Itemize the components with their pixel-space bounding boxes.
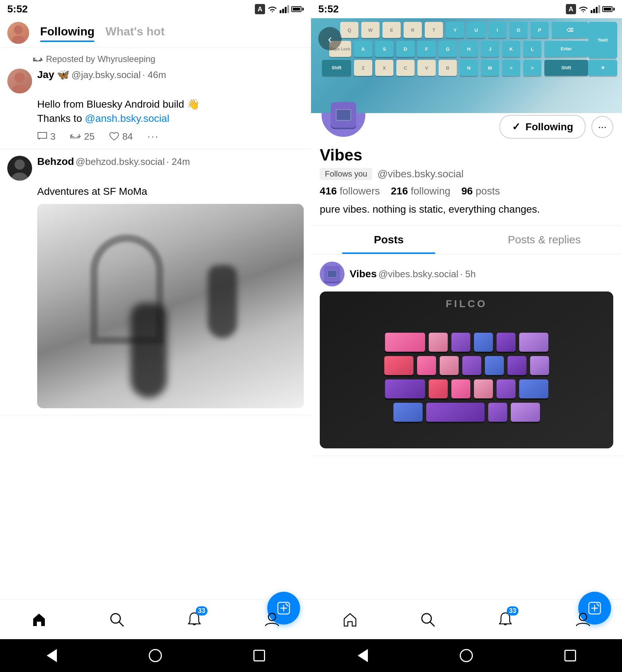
kbd-row-3	[385, 379, 548, 398]
kbd-key	[451, 379, 470, 398]
profile-icon-right	[575, 611, 591, 627]
kbd-key	[474, 379, 493, 398]
tab-posts[interactable]: Posts	[311, 225, 467, 254]
wifi-icon-left	[267, 5, 277, 13]
post-2-handle: @behzod.bsky.social	[76, 156, 165, 167]
post-1-meta: Jay 🦋 @jay.bsky.social · 46m	[37, 69, 304, 81]
system-bar-right	[311, 639, 622, 672]
status-icons-right: A	[566, 4, 615, 14]
back-button-right[interactable]	[354, 646, 372, 665]
kbd-key	[497, 333, 516, 352]
heart-icon	[109, 132, 119, 141]
kbd-key	[508, 356, 526, 375]
more-options-button[interactable]: ···	[591, 116, 613, 138]
nav-profile-left[interactable]	[257, 605, 287, 634]
search-icon-right	[420, 611, 436, 627]
right-screen: 5:52 A	[311, 0, 622, 672]
kbd-key	[485, 356, 504, 375]
repost-action[interactable]: 25	[70, 131, 94, 142]
kbd-key	[451, 333, 470, 352]
keycap-mini-icon	[324, 266, 340, 282]
feed-left: Reposted by Whyrusleeping Jay 🦋 @jay.bsk…	[0, 47, 311, 599]
tab-posts-replies[interactable]: Posts & replies	[467, 225, 622, 254]
svg-point-13	[268, 613, 276, 621]
posts-stat: 96 posts	[461, 185, 500, 197]
kbd-key	[426, 403, 485, 422]
keycap-mini-screen	[327, 270, 337, 278]
post-2-content: Adventures at SF MoMa	[37, 184, 304, 198]
bottom-nav-right: 33	[311, 599, 622, 639]
post-1-time: · 46m	[143, 69, 166, 80]
more-action[interactable]: ···	[147, 131, 159, 142]
post-1-header: Jay 🦋 @jay.bsky.social · 46m	[7, 69, 304, 93]
kbd-key	[417, 356, 436, 375]
profile-post-1-header: Vibes @vibes.bsky.social · 5h	[320, 262, 613, 286]
wifi-icon-right	[578, 5, 588, 13]
svg-line-18	[430, 622, 434, 626]
profile-badges: Follows you @vibes.bsky.social	[320, 168, 613, 180]
post-2-avatar[interactable]	[7, 156, 32, 181]
user-avatar-left[interactable]	[7, 22, 29, 44]
keycap-screen	[336, 109, 351, 121]
kbd-key	[429, 333, 448, 352]
nav-home-left[interactable]	[24, 605, 54, 634]
profile-icon-left	[264, 611, 280, 627]
nav-notifications-left[interactable]: 33	[180, 605, 209, 634]
kbd-key	[429, 379, 448, 398]
recents-button-left[interactable]	[250, 646, 268, 665]
repost-label: Reposted by Whyrusleeping	[33, 54, 304, 64]
back-button-profile[interactable]: ‹	[318, 27, 342, 50]
search-icon-left	[109, 611, 125, 627]
nav-profile-right[interactable]	[568, 605, 598, 634]
nav-home-right[interactable]	[335, 605, 365, 634]
profile-post-name: Vibes	[350, 268, 377, 279]
svg-point-3	[15, 73, 25, 83]
kbd-key	[519, 333, 548, 352]
profile-stats: 416 followers 216 following 96 posts	[320, 185, 613, 197]
profile-feed: Vibes @vibes.bsky.social · 5h FILCO	[311, 254, 622, 599]
keycap-avatar-icon	[331, 102, 356, 128]
back-button-left[interactable]	[43, 646, 61, 665]
home-icon-right	[342, 611, 358, 627]
repost-icon	[33, 55, 43, 63]
signal-icon-left	[280, 5, 289, 13]
profile-post-1: Vibes @vibes.bsky.social · 5h FILCO	[311, 254, 622, 456]
kbd-key	[511, 403, 540, 422]
post-1-handle: @jay.bsky.social	[71, 69, 141, 80]
recents-button-right[interactable]	[561, 646, 579, 665]
tab-whats-hot[interactable]: What's hot	[105, 25, 164, 40]
app-icon-right: A	[566, 4, 576, 14]
post-1-mention[interactable]: @ansh.bsky.social	[85, 113, 170, 124]
tabs-bar-left: Following What's hot	[0, 18, 311, 47]
home-button-left[interactable]	[146, 646, 164, 665]
status-bar-right: 5:52 A	[311, 0, 622, 18]
svg-point-6	[15, 159, 25, 170]
profile-name: Vibes	[320, 146, 613, 164]
nav-search-left[interactable]	[102, 605, 131, 634]
profile-post-1-meta: Vibes @vibes.bsky.social · 5h	[350, 268, 613, 280]
time-right: 5:52	[318, 3, 339, 15]
home-button-right[interactable]	[457, 646, 475, 665]
post-2: Behzod @behzod.bsky.social · 24m Adventu…	[0, 149, 311, 415]
svg-point-19	[579, 613, 587, 621]
profile-bio: pure vibes. nothing is static, everythin…	[320, 202, 613, 216]
reply-action[interactable]: 3	[37, 131, 55, 142]
post-1-avatar[interactable]	[7, 69, 32, 93]
kbd-row-2	[384, 356, 549, 375]
kbd-key	[488, 403, 507, 422]
kbd-key	[440, 356, 459, 375]
following-button[interactable]: ✓ Following	[499, 115, 586, 139]
nav-notifications-right[interactable]: 33	[491, 605, 520, 634]
kbd-key	[462, 356, 481, 375]
keyboard-layout	[320, 306, 613, 448]
kbd-key	[384, 356, 413, 375]
profile-post-avatar[interactable]	[320, 262, 345, 286]
nav-search-right[interactable]	[413, 605, 442, 634]
kbd-key	[385, 379, 425, 398]
post-1-content: Hello from Bluesky Android build 👋 Thank…	[37, 97, 304, 125]
tab-following[interactable]: Following	[40, 25, 94, 40]
post-2-image	[37, 204, 304, 408]
like-action[interactable]: 84	[109, 131, 133, 142]
time-left: 5:52	[7, 3, 28, 15]
checkmark-icon: ✓	[512, 121, 520, 133]
